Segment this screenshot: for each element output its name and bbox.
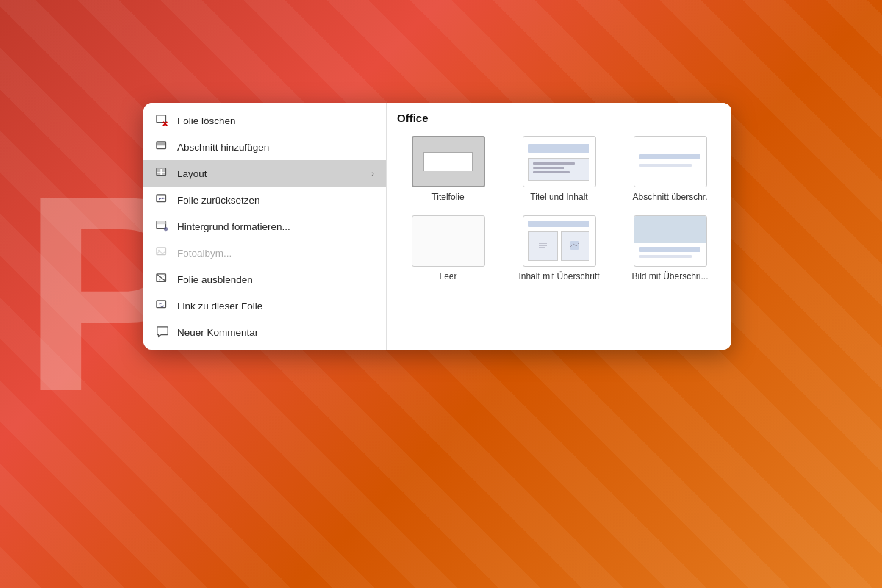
context-menu-panel: Folie löschen Abschnitt hinzufügen: [143, 103, 731, 350]
menu-label-hintergrund-formatieren: Hintergrund formatieren...: [177, 221, 374, 232]
layout-label-titel-inhalt: Titel und Inhalt: [530, 192, 587, 204]
svg-point-14: [164, 227, 168, 231]
bildmit-bar1: [639, 247, 700, 252]
bildmit-bar2: [639, 255, 692, 259]
titelinhalt-top: [528, 144, 589, 153]
menu-item-neuer-kommentar[interactable]: Neuer Kommentar: [143, 319, 386, 345]
menu-item-folie-ausblenden[interactable]: Folie ausblenden: [143, 266, 386, 293]
slide-delete-icon: [155, 113, 170, 128]
layout-icon: [155, 166, 170, 181]
inhaltmit-boxes: [528, 231, 589, 261]
layout-item-titel-inhalt[interactable]: Titel und Inhalt: [506, 133, 612, 207]
left-menu: Folie löschen Abschnitt hinzufügen: [143, 103, 386, 350]
layout-label-bild-ueberschrift: Bild mit Überschri...: [631, 271, 708, 283]
abschnitt-line1: [639, 154, 700, 159]
abschnitt-thumb: [634, 136, 707, 187]
titelfolie-thumb: [412, 136, 485, 187]
inhaltmit-thumb: [523, 215, 596, 267]
menu-label-link-folie: Link zu dieser Folie: [177, 301, 374, 312]
inhaltmit-box2: [561, 231, 589, 261]
inhaltmit-topbar: [528, 220, 589, 226]
titelinhalt-thumb: [523, 136, 596, 187]
layout-label-abschnitt: Abschnitt überschr.: [632, 192, 707, 204]
inhaltmit-box1: [528, 231, 557, 261]
menu-label-folie-loeschen: Folie löschen: [177, 115, 374, 126]
submenu-title: Office: [395, 112, 723, 124]
layout-label-titelfolie: Titelfolie: [431, 192, 464, 204]
menu-item-abschnitt-hinzufuegen[interactable]: Abschnitt hinzufügen: [143, 134, 386, 160]
layout-item-abschnitt[interactable]: Abschnitt überschr.: [617, 133, 723, 207]
layout-label-inhalt-ueberschrift: Inhalt mit Überschrift: [518, 271, 599, 283]
menu-label-folie-ausblenden: Folie ausblenden: [177, 274, 374, 285]
bildmit-thumb: [634, 215, 707, 267]
menu-label-layout: Layout: [177, 168, 364, 179]
menu-label-neuer-kommentar: Neuer Kommentar: [177, 327, 374, 338]
menu-item-layout[interactable]: Layout ›: [143, 160, 386, 187]
menu-item-folie-loeschen[interactable]: Folie löschen: [143, 107, 386, 134]
layout-item-leer[interactable]: Leer: [395, 212, 501, 286]
leer-thumb: [412, 215, 485, 267]
svg-rect-7: [162, 169, 165, 173]
abschnitt-line2: [639, 164, 692, 167]
layout-submenu: Office Titelfolie: [386, 103, 731, 350]
svg-rect-13: [157, 221, 166, 225]
menu-item-folie-zuruecksetzen[interactable]: Folie zurücksetzen: [143, 187, 386, 213]
menu-label-abschnitt-hinzufuegen: Abschnitt hinzufügen: [177, 142, 374, 153]
layout-arrow-icon: ›: [371, 169, 374, 178]
titelfolie-inner: [423, 152, 473, 171]
svg-rect-8: [157, 173, 161, 175]
menu-item-hintergrund-formatieren[interactable]: Hintergrund formatieren...: [143, 213, 386, 240]
menu-label-fotoalbym: Fotoalbym...: [177, 248, 374, 259]
layout-item-bild-ueberschrift[interactable]: Bild mit Überschri...: [617, 212, 723, 286]
bildmit-top: [634, 216, 706, 243]
svg-rect-6: [157, 169, 161, 173]
menu-label-folie-zuruecksetzen: Folie zurücksetzen: [177, 195, 374, 206]
slide-hide-icon: [155, 272, 170, 287]
layout-grid: Titelfolie Titel und Inhalt: [395, 133, 723, 285]
photo-album-icon: [155, 245, 170, 260]
layout-label-leer: Leer: [439, 271, 456, 283]
svg-rect-4: [157, 143, 165, 146]
svg-rect-0: [157, 115, 166, 123]
background-icon: [155, 219, 170, 234]
titelinhalt-content: [528, 158, 589, 181]
comment-icon: [155, 325, 170, 340]
svg-rect-9: [162, 173, 165, 175]
layout-item-titelfolie[interactable]: Titelfolie: [395, 133, 501, 207]
link-icon: [155, 298, 170, 313]
menu-item-fotoalbym: Fotoalbym...: [143, 240, 386, 266]
section-add-icon: [155, 140, 170, 154]
slide-reset-icon: [155, 193, 170, 207]
menu-item-link-folie[interactable]: Link zu dieser Folie: [143, 293, 386, 319]
layout-item-inhalt-ueberschrift[interactable]: Inhalt mit Überschrift: [506, 212, 612, 286]
